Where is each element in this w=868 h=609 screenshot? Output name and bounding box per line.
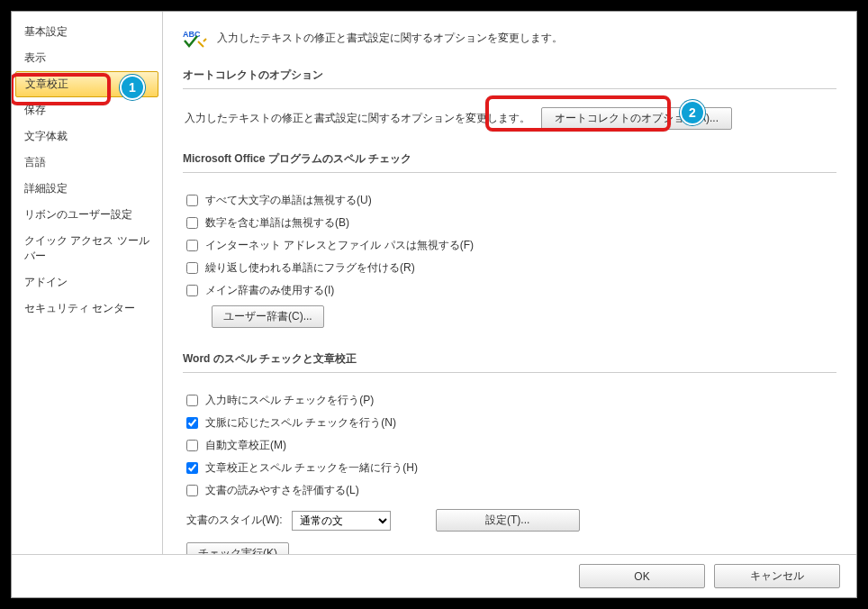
sidebar: 基本設定 表示 文章校正 保存 文字体裁 言語 詳細設定 リボンのユーザー設定 … <box>12 12 163 554</box>
sidebar-item-addins[interactable]: アドイン <box>12 269 162 295</box>
section-autocorrect-header: オートコレクトのオプション <box>183 64 836 89</box>
section-office-spell-header: Microsoft Office プログラムのスペル チェック <box>183 148 836 173</box>
chk-grammar-with-spell[interactable]: 文章校正とスペル チェックを一緒に行う(H) <box>186 460 833 476</box>
chk-ignore-numbers[interactable]: 数字を含む単語は無視する(B) <box>186 215 833 231</box>
autocorrect-desc: 入力したテキストの修正と書式設定に関するオプションを変更します。 <box>185 111 530 126</box>
chk-readability-box[interactable] <box>186 485 198 496</box>
chk-spell-as-type-label: 入力時にスペル チェックを行う(P) <box>205 393 374 408</box>
chk-spell-as-type-box[interactable] <box>186 395 198 406</box>
chk-contextual-spell-box[interactable] <box>186 417 198 429</box>
chk-flag-repeated[interactable]: 繰り返し使われる単語にフラグを付ける(R) <box>186 260 833 276</box>
chk-readability-label: 文書の読みやすさを評価する(L) <box>205 483 359 498</box>
section-autocorrect-body: 入力したテキストの修正と書式設定に関するオプションを変更します。 オートコレクト… <box>183 98 836 137</box>
intro-text: 入力したテキストの修正と書式設定に関するオプションを変更します。 <box>217 31 563 46</box>
user-dictionary-button[interactable]: ユーザー辞書(C)... <box>212 305 324 328</box>
chk-ignore-uppercase[interactable]: すべて大文字の単語は無視する(U) <box>186 193 833 208</box>
dialog-footer: OK キャンセル <box>12 554 856 597</box>
chk-main-dict-only-label: メイン辞書のみ使用する(I) <box>205 283 334 298</box>
proofing-icon: ABC <box>183 28 208 48</box>
sidebar-item-general[interactable]: 基本設定 <box>12 19 162 45</box>
chk-grammar-with-spell-box[interactable] <box>186 462 198 474</box>
chk-spell-as-type[interactable]: 入力時にスペル チェックを行う(P) <box>186 393 833 408</box>
chk-ignore-urls[interactable]: インターネット アドレスとファイル パスは無視する(F) <box>186 238 833 253</box>
chk-main-dict-only[interactable]: メイン辞書のみ使用する(I) <box>186 283 833 298</box>
sidebar-item-trust[interactable]: セキュリティ センター <box>12 295 162 322</box>
chk-ignore-uppercase-box[interactable] <box>186 195 198 206</box>
writing-style-settings-button[interactable]: 設定(T)... <box>436 509 580 532</box>
sidebar-item-advanced[interactable]: 詳細設定 <box>12 176 162 202</box>
office-spell-list: すべて大文字の単語は無視する(U) 数字を含む単語は無視する(B) インターネッ… <box>183 182 836 337</box>
options-dialog: 基本設定 表示 文章校正 保存 文字体裁 言語 詳細設定 リボンのユーザー設定 … <box>11 11 857 598</box>
sidebar-item-language[interactable]: 言語 <box>12 150 162 176</box>
chk-auto-grammar-label: 自動文章校正(M) <box>205 438 286 453</box>
dialog-body: 基本設定 表示 文章校正 保存 文字体裁 言語 詳細設定 リボンのユーザー設定 … <box>12 12 856 554</box>
cancel-button[interactable]: キャンセル <box>714 564 840 588</box>
writing-style-label: 文書のスタイル(W): <box>186 513 283 528</box>
chk-grammar-with-spell-label: 文章校正とスペル チェックを一緒に行う(H) <box>205 460 418 476</box>
intro-row: ABC 入力したテキストの修正と書式設定に関するオプションを変更します。 <box>183 24 836 53</box>
svg-text:ABC: ABC <box>183 30 201 39</box>
chk-auto-grammar-box[interactable] <box>186 440 198 451</box>
writing-style-select[interactable]: 通常の文 <box>292 511 391 531</box>
ok-button[interactable]: OK <box>579 564 705 588</box>
autocorrect-options-button[interactable]: オートコレクトのオプション(A)... <box>541 107 732 130</box>
chk-ignore-uppercase-label: すべて大文字の単語は無視する(U) <box>205 193 372 208</box>
chk-ignore-urls-box[interactable] <box>186 240 198 251</box>
chk-flag-repeated-label: 繰り返し使われる単語にフラグを付ける(R) <box>205 260 415 276</box>
chk-flag-repeated-box[interactable] <box>186 262 198 274</box>
sidebar-item-qat[interactable]: クイック アクセス ツール バー <box>12 228 162 269</box>
chk-contextual-spell[interactable]: 文脈に応じたスペル チェックを行う(N) <box>186 415 833 431</box>
chk-readability[interactable]: 文書の読みやすさを評価する(L) <box>186 483 833 498</box>
sidebar-item-proofing[interactable]: 文章校正 <box>15 71 158 97</box>
sidebar-item-typography[interactable]: 文字体裁 <box>12 123 162 150</box>
content-pane: ABC 入力したテキストの修正と書式設定に関するオプションを変更します。 オート… <box>163 12 856 554</box>
word-spell-list: 入力時にスペル チェックを行う(P) 文脈に応じたスペル チェックを行う(N) … <box>183 382 836 554</box>
chk-auto-grammar[interactable]: 自動文章校正(M) <box>186 438 833 453</box>
chk-ignore-urls-label: インターネット アドレスとファイル パスは無視する(F) <box>205 238 474 253</box>
chk-ignore-numbers-label: 数字を含む単語は無視する(B) <box>205 215 349 231</box>
recheck-button[interactable]: チェック実行(K) <box>186 542 289 554</box>
sidebar-item-save[interactable]: 保存 <box>12 97 162 123</box>
sidebar-item-display[interactable]: 表示 <box>12 45 162 71</box>
section-word-spell-header: Word のスペル チェックと文章校正 <box>183 348 836 373</box>
chk-contextual-spell-label: 文脈に応じたスペル チェックを行う(N) <box>205 415 396 431</box>
chk-main-dict-only-box[interactable] <box>186 285 198 296</box>
chk-ignore-numbers-box[interactable] <box>186 217 198 229</box>
sidebar-item-ribbon[interactable]: リボンのユーザー設定 <box>12 202 162 228</box>
